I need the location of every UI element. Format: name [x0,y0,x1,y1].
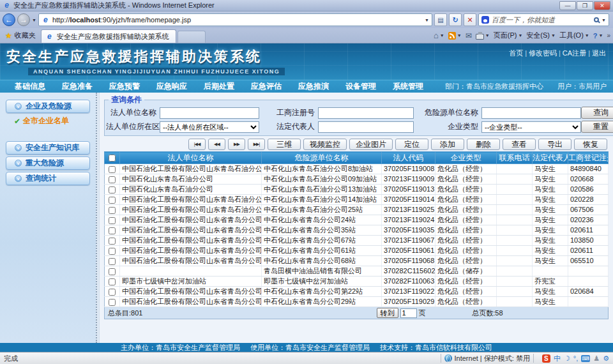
compatibility-view-button[interactable]: ▤ [434,13,447,26]
search-dropdown-icon[interactable]: ▼ [602,18,606,22]
sidebar-item-全市企业名单[interactable]: ✔全市企业名单 [14,116,93,126]
sidebar-group-major-hazard[interactable]: v重大危险源 [6,156,90,170]
legal-entity-name-input[interactable] [160,107,259,119]
address-dropdown-icon[interactable]: ▼ [425,18,429,22]
first-page-button[interactable]: |◀◀ [188,139,206,150]
cell-r3-c2: 370205F119014 [382,195,435,205]
menu-safety[interactable]: 安全(S)▼ [526,31,556,40]
sidebar-group-enterprise-hazard[interactable]: v企业及危险源 [6,100,90,113]
nav-item-4[interactable]: 后期处置 [195,81,243,92]
select-all-checkbox[interactable] [109,155,116,162]
cell-r2-c3: 危化品（经营） [435,185,497,195]
back-button[interactable]: ← [3,13,15,26]
menu-page[interactable]: 页面(P)▼ [494,31,523,40]
cell-r4-c3: 危化品（经营） [435,205,497,215]
nav-item-5[interactable]: 应急评估 [243,81,290,92]
soft-keyboard-icon[interactable]: ⌨ [581,355,590,362]
nav-item-7[interactable]: 设备管理 [337,81,384,92]
add-button[interactable]: 添加 [431,139,464,150]
sogou-logo-icon[interactable]: S [542,354,550,363]
url-text[interactable]: http://localhost:90/yjzh/frame/homepage.… [52,16,422,24]
row-checkbox[interactable] [109,248,116,255]
row-checkbox[interactable] [109,299,116,306]
cell-r5-c4 [497,215,533,225]
nav-item-3[interactable]: 应急响应 [148,81,195,92]
goto-page-button[interactable]: 转到 [377,308,398,318]
row-checkbox[interactable] [109,258,116,265]
table-row: 即墨市七级镇中岔河加油站即墨市七级镇中岔河加油站370282F110063危化品… [105,277,609,287]
locate-button[interactable]: 定位 [395,139,428,150]
search-input[interactable]: 百度一下，你就知道 [492,15,591,25]
row-checkbox[interactable] [109,166,116,173]
region-select[interactable]: --法人单位所在区域-- [160,121,259,133]
minimize-button[interactable]: — [559,1,576,10]
view-button[interactable]: 查看 [503,139,536,150]
maximize-button[interactable]: ❐ [577,1,593,10]
moon-mode-icon[interactable]: ☽ [564,354,570,363]
export-button[interactable]: 导出 [538,139,571,150]
row-checkbox[interactable] [109,186,116,193]
nav-item-2[interactable]: 应急预警 [101,81,148,92]
row-checkbox[interactable] [109,197,116,204]
header-link-1[interactable]: 修改密码 [529,49,557,57]
overflow-chevron-icon[interactable]: » [607,32,610,39]
header-link-3[interactable]: 退出 [592,49,606,57]
business-reg-no-input[interactable] [318,107,414,119]
chinese-mode-icon[interactable]: 中 [554,354,561,363]
header-link-2[interactable]: CA注册 [563,49,586,57]
next-page-button[interactable]: ▶▶ [228,139,245,150]
print-button[interactable]: ▼ [476,32,490,40]
address-field[interactable]: e http://localhost:90/yjzh/frame/homepag… [38,13,432,26]
search-box[interactable]: 百度一下，你就知道 ▼ [478,13,609,26]
read-mail-button[interactable]: ✉ [465,31,472,40]
goto-page-input[interactable] [400,308,417,318]
enterprise-photo-button[interactable]: 企业图片 [349,139,393,150]
new-tab-stub[interactable] [178,31,206,43]
home-button[interactable]: ⌂▼ [434,31,444,40]
last-page-button[interactable]: ▶▶| [248,139,265,150]
search-magnifier-icon[interactable] [594,17,599,22]
video-monitor-button[interactable]: 视频监控 [303,139,347,150]
wrench-icon[interactable]: ⚙ [603,354,609,363]
feeds-button[interactable]: ▼ [448,32,462,40]
prev-page-button[interactable]: ◀◀ [208,139,225,150]
header-link-0[interactable]: 首页 [509,49,523,57]
user-icon[interactable]: ♟ [593,354,600,363]
sidebar-group-query-statistics[interactable]: v查询统计 [6,172,90,185]
stop-button[interactable]: ✕ [464,13,476,26]
row-checkbox[interactable] [109,217,116,224]
close-button[interactable]: ✕ [594,1,610,10]
hazard-name-label: 危险源单位名称 [414,107,481,118]
row-checkbox[interactable] [109,268,116,275]
cell-r10-c1: 青岛田横中油油品销售有限公司 [262,266,382,277]
row-checkbox[interactable] [109,238,116,245]
search-button[interactable]: 查询 [581,107,613,119]
cell-r11-c4 [497,277,533,287]
nav-item-8[interactable]: 系统管理 [384,81,432,92]
enterprise-type-select[interactable]: --企业类型-- [481,121,581,133]
delete-button[interactable]: 删除 [467,139,500,150]
refresh-button[interactable]: ↻ [449,13,462,26]
nav-item-1[interactable]: 应急准备 [54,81,101,92]
restore-button[interactable]: 恢复 [574,139,607,150]
sidebar-group-safety-knowledge[interactable]: v安全生产知识库 [6,141,90,155]
row-checkbox[interactable] [109,278,116,285]
legal-representative-input[interactable] [318,121,414,133]
row-checkbox[interactable] [109,176,116,183]
reset-button[interactable]: 重置 [581,121,613,133]
row-checkbox[interactable] [109,207,116,214]
menu-tools[interactable]: 工具(O)▼ [559,31,589,40]
tab-active[interactable]: e 安全生产应急救援指挥辅助决策系统 [41,29,176,43]
favorites-button[interactable]: ★ 收藏夹 [3,29,41,43]
punctuation-icon[interactable]: °, [573,354,578,363]
table-row: 中国石油化工股份有限公司山东省青岛分公司中石化山东省青岛分公司35站370205… [105,225,609,236]
help-button[interactable]: ?▼ [593,32,603,40]
3d-view-button[interactable]: 三维 [268,139,301,150]
nav-item-0[interactable]: 基础信息 [6,81,54,92]
nav-item-6[interactable]: 应急推演 [290,81,337,92]
hazard-source-name-input[interactable] [481,107,581,119]
row-checkbox[interactable] [109,227,116,234]
forward-button[interactable]: → [17,13,30,26]
row-checkbox[interactable] [109,289,116,296]
history-dropdown-icon[interactable]: ▼ [32,18,36,22]
